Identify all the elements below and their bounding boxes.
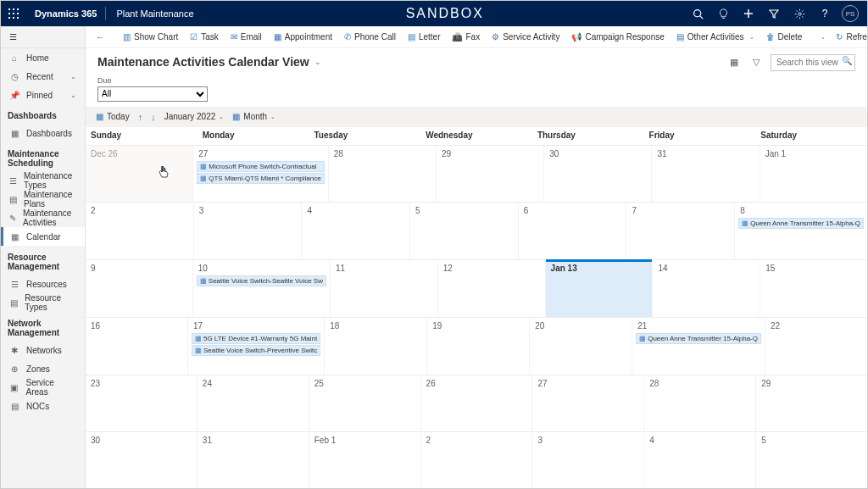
nav-resource-types[interactable]: ▤Resource Types: [1, 293, 85, 312]
nav-home[interactable]: ⌂Home: [1, 48, 85, 67]
calendar-event[interactable]: ▦QTS Miami-QTS Miami * Compliance: [197, 173, 324, 184]
calendar-day-cell[interactable]: 6: [519, 203, 627, 259]
calendar-day-cell[interactable]: 17▦5G LTE Device #1-Warranty 5G Maint▦Se…: [188, 318, 325, 375]
calendar-event[interactable]: ▦Seattle Voice Switch-Preventive Switc: [192, 345, 320, 356]
nav-maintenance-types[interactable]: ☰Maintenance Types: [1, 171, 85, 190]
calendar-day-cell[interactable]: 10▦Seattle Voice Switch-Seattle Voice Sw: [193, 260, 331, 317]
other-activities-button[interactable]: ▤Other Activities⌄: [671, 30, 760, 44]
calendar-day-cell[interactable]: 11: [331, 260, 438, 317]
nav-resources[interactable]: ☰Resources: [1, 275, 85, 293]
hamburger-icon[interactable]: ☰: [9, 32, 17, 42]
nav-zones[interactable]: ⊕Zones: [1, 359, 85, 378]
app-name[interactable]: Plant Maintenance: [106, 8, 203, 19]
calendar-day-cell[interactable]: Feb 1: [309, 432, 421, 489]
calendar-event[interactable]: ▦5G LTE Device #1-Warranty 5G Maint: [192, 333, 320, 344]
calendar-day-cell[interactable]: 30: [86, 432, 198, 489]
plus-icon[interactable]: [737, 2, 760, 25]
refresh-button[interactable]: ↻Refresh: [831, 30, 867, 44]
calendar-day-cell[interactable]: 19: [427, 318, 530, 375]
task-button[interactable]: ☑Task: [185, 30, 224, 44]
calendar-day-cell[interactable]: 22: [765, 318, 867, 375]
prev-arrow-icon[interactable]: ↑: [138, 112, 143, 122]
calendar-day-cell[interactable]: 27▦Microsoft Phone Switch-Contractual▦QT…: [193, 146, 328, 203]
day-number: 29: [760, 377, 864, 390]
calendar-day-cell[interactable]: 15: [760, 260, 867, 317]
calendar-day-cell[interactable]: 31: [652, 146, 760, 203]
calendar-day-cell[interactable]: 27: [532, 375, 644, 432]
calendar-day-cell[interactable]: 12: [438, 260, 546, 317]
filter-icon[interactable]: [762, 2, 786, 25]
calendar-event[interactable]: ▦Seattle Voice Switch-Seattle Voice Sw: [197, 275, 326, 286]
next-arrow-icon[interactable]: ↓: [151, 112, 156, 122]
back-button[interactable]: ←: [91, 30, 109, 44]
calendar-day-cell[interactable]: 29: [756, 375, 867, 432]
nav-recent[interactable]: ◷Recent⌄: [1, 67, 85, 86]
filter-icon[interactable]: ▽: [748, 54, 764, 69]
calendar-day-cell[interactable]: 30: [544, 146, 652, 203]
calendar-day-cell[interactable]: 5: [410, 203, 519, 259]
nav-pinned[interactable]: 📌Pinned⌄: [1, 86, 85, 104]
calendar-day-cell[interactable]: 8▦Queen Anne Transmitter 15-Alpha-Q: [735, 203, 867, 259]
email-button[interactable]: ✉Email: [225, 30, 267, 44]
calendar-day-cell[interactable]: 29: [437, 146, 544, 203]
search-icon[interactable]: [686, 2, 709, 25]
app-launcher-icon[interactable]: [1, 1, 26, 26]
calendar-day-cell[interactable]: 7: [626, 203, 735, 259]
calendar-event[interactable]: ▦Microsoft Phone Switch-Contractual: [197, 161, 324, 172]
phone-call-button[interactable]: ✆Phone Call: [339, 30, 401, 44]
user-avatar[interactable]: PS: [838, 2, 862, 25]
nav-maintenance-plans[interactable]: ▤Maintenance Plans: [1, 190, 85, 208]
due-filter-select[interactable]: All: [97, 86, 208, 102]
calendar-day-cell[interactable]: 16: [86, 318, 188, 375]
calendar-day-cell[interactable]: 14: [653, 260, 760, 317]
chevron-down-icon[interactable]: ⌄: [817, 34, 829, 41]
campaign-response-button[interactable]: 📢Campaign Response: [566, 30, 669, 44]
service-activity-button[interactable]: ⚙Service Activity: [487, 30, 565, 44]
calendar-day-cell[interactable]: 3: [532, 432, 644, 489]
calendar-day-cell[interactable]: 20: [530, 318, 632, 375]
fax-button[interactable]: 📠Fax: [447, 30, 485, 44]
nav-maintenance-activities[interactable]: ✎Maintenance Activities: [1, 208, 85, 227]
edit-columns-icon[interactable]: ▦: [726, 54, 742, 69]
view-mode-selector[interactable]: ▦Month⌄: [232, 112, 275, 121]
search-box[interactable]: 🔍: [771, 53, 855, 71]
calendar-day-cell[interactable]: 3: [194, 203, 303, 259]
calendar-day-cell[interactable]: 31: [198, 432, 309, 489]
calendar-day-cell[interactable]: 18: [325, 318, 427, 375]
calendar-event[interactable]: ▦Queen Anne Transmitter 15-Alpha-Q: [636, 333, 761, 344]
calendar-day-cell[interactable]: 23: [86, 375, 198, 432]
calendar-day-cell[interactable]: 26: [421, 375, 533, 432]
calendar-day-cell[interactable]: Jan 1: [760, 146, 867, 203]
letter-button[interactable]: ▤Letter: [403, 30, 446, 44]
gear-icon[interactable]: [787, 2, 811, 25]
nav-networks[interactable]: ✱Networks: [1, 341, 85, 359]
calendar-day-cell[interactable]: 28: [329, 146, 437, 203]
show-chart-button[interactable]: ▥Show Chart: [118, 30, 183, 44]
calendar-day-cell[interactable]: 5: [756, 432, 867, 489]
calendar-day-cell[interactable]: 2: [86, 203, 194, 259]
nav-calendar[interactable]: ▦Calendar: [1, 227, 85, 246]
view-selector-chevron[interactable]: ⌄: [314, 58, 321, 66]
day-number: 11: [334, 262, 434, 275]
lightbulb-icon[interactable]: [711, 2, 735, 25]
calendar-day-cell[interactable]: 28: [644, 375, 756, 432]
calendar-day-cell[interactable]: 4: [302, 203, 410, 259]
calendar-day-cell[interactable]: 21▦Queen Anne Transmitter 15-Alpha-Q: [632, 318, 765, 375]
calendar-event[interactable]: ▦Queen Anne Transmitter 15-Alpha-Q: [738, 218, 864, 229]
nav-nocs[interactable]: ▤NOCs: [1, 397, 85, 415]
event-label: Seattle Voice Switch-Preventive Switc: [203, 347, 317, 354]
calendar-day-cell[interactable]: Jan 13: [546, 260, 654, 317]
help-icon[interactable]: ?: [813, 2, 837, 25]
calendar-day-cell[interactable]: 24: [198, 375, 309, 432]
delete-button[interactable]: 🗑Delete: [761, 30, 808, 44]
nav-service-areas[interactable]: ▣Service Areas: [1, 378, 85, 397]
calendar-day-cell[interactable]: Dec 26: [86, 146, 193, 203]
today-button[interactable]: ▦Today: [96, 112, 130, 121]
calendar-day-cell[interactable]: 9: [86, 260, 193, 317]
calendar-day-cell[interactable]: 25: [309, 375, 421, 432]
appointment-button[interactable]: ▦Appointment: [269, 30, 337, 44]
calendar-day-cell[interactable]: 4: [644, 432, 756, 489]
nav-dashboards[interactable]: ▦Dashboards: [1, 124, 85, 142]
period-selector[interactable]: January 2022⌄: [164, 112, 225, 121]
calendar-day-cell[interactable]: 2: [421, 432, 533, 489]
